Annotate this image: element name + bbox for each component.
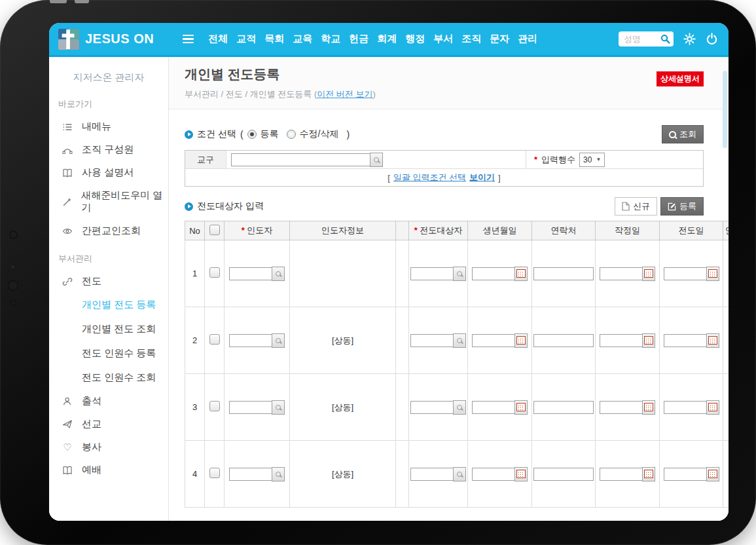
parish-search-icon[interactable]	[370, 153, 383, 167]
calendar-icon[interactable]	[514, 400, 528, 415]
row-checkbox[interactable]	[209, 267, 220, 278]
hamburger-menu-icon[interactable]	[183, 33, 194, 46]
target-search-icon[interactable]	[453, 400, 466, 415]
logout-power-icon[interactable]	[706, 33, 718, 45]
evangel-date-input[interactable]	[664, 334, 707, 347]
target-search-icon[interactable]	[453, 333, 466, 348]
sidebar-subitem-evangelism-count-search[interactable]: 전도 인원수 조회	[49, 366, 168, 390]
nav-item[interactable]: 헌금	[349, 33, 369, 45]
row-checkbox[interactable]	[209, 334, 220, 345]
radio-register[interactable]	[247, 130, 257, 139]
sidebar-subitem-evangelism-count-register[interactable]: 전도 인원수 등록	[49, 341, 168, 366]
target-input[interactable]	[410, 468, 454, 481]
sidebar-subitem-personal-evangelism-register[interactable]: 개인별 전도 등록	[49, 293, 168, 317]
radio-register-label[interactable]: 등록	[261, 128, 279, 140]
sidebar-item-evangelism[interactable]: 전도	[49, 270, 168, 293]
target-input[interactable]	[410, 267, 454, 280]
contact-input[interactable]	[533, 334, 594, 347]
evangel-date-input[interactable]	[664, 468, 707, 481]
birth-date-input[interactable]	[472, 267, 515, 280]
nav-item[interactable]: 문자	[490, 33, 509, 45]
leader-search-icon[interactable]	[272, 333, 285, 348]
sidebar-item-mission[interactable]: 선교	[49, 413, 168, 436]
new-button[interactable]: 신규	[615, 197, 657, 216]
calendar-icon[interactable]	[706, 333, 719, 348]
sidebar-item-attendance[interactable]: 출석	[49, 390, 168, 413]
sidebar-item-my-menu[interactable]: 내메뉴	[49, 115, 168, 138]
leader-input[interactable]	[229, 267, 272, 280]
nav-item[interactable]: 부서	[433, 33, 453, 45]
sidebar-item-org-members[interactable]: 조직 구성원	[49, 138, 168, 161]
evangel-date-input[interactable]	[664, 401, 707, 414]
sidebar-item-service[interactable]: ♡ 봉사	[49, 436, 168, 459]
nav-item[interactable]: 교육	[293, 33, 312, 45]
target-input[interactable]	[410, 334, 454, 347]
sidebar-item-quick-member-lookup[interactable]: 간편교인조회	[49, 219, 168, 242]
select-all-checkbox[interactable]	[209, 225, 220, 235]
decide-date-input[interactable]	[600, 468, 643, 481]
sidebar-item-user-manual[interactable]: 사용 설명서	[49, 161, 168, 184]
radio-modify-delete-label[interactable]: 수정/삭제	[300, 128, 339, 140]
parish-input[interactable]	[231, 153, 370, 166]
calendar-icon[interactable]	[514, 467, 528, 481]
nav-item[interactable]: 목회	[264, 33, 284, 45]
calendar-icon[interactable]	[706, 267, 719, 281]
brand[interactable]: JESUS ON	[58, 29, 154, 50]
sidebar-subitem-personal-evangelism-search[interactable]: 개인별 전도 조회	[49, 317, 168, 341]
search-button[interactable]: 조회	[662, 125, 704, 143]
row-checkbox[interactable]	[209, 401, 220, 411]
condition-label: 조건 선택	[197, 128, 236, 140]
leader-search-icon[interactable]	[272, 267, 285, 281]
calendar-icon[interactable]	[642, 467, 655, 481]
calendar-icon[interactable]	[706, 467, 719, 481]
birth-date-input[interactable]	[472, 468, 515, 481]
calendar-icon[interactable]	[642, 267, 655, 281]
nav-item[interactable]: 조직	[461, 33, 481, 45]
register-button[interactable]: 등록	[660, 197, 704, 216]
leader-input[interactable]	[229, 401, 272, 414]
leader-search-icon[interactable]	[272, 400, 285, 415]
nav-item[interactable]: 행정	[405, 33, 425, 45]
leader-search-icon[interactable]	[272, 467, 285, 481]
calendar-icon[interactable]	[706, 400, 719, 415]
row-number: 2	[192, 335, 197, 345]
nav-item[interactable]: 회계	[377, 33, 397, 45]
calendar-icon[interactable]	[514, 267, 528, 281]
sidebar-item-newyear-helper[interactable]: 새해준비도우미 열기	[49, 184, 168, 219]
detail-manual-badge[interactable]: 상세설명서	[657, 71, 704, 86]
birth-date-input[interactable]	[472, 334, 515, 347]
rows-per-page-select[interactable]: 30▼	[579, 153, 605, 167]
nav-item[interactable]: 학교	[321, 33, 340, 45]
nav-item[interactable]: 교적	[236, 33, 256, 45]
tablet-sensor	[8, 280, 18, 291]
row-checkbox[interactable]	[209, 468, 220, 478]
previous-version-link[interactable]: 이전 버전 보기	[317, 89, 372, 99]
row-number: 4	[192, 469, 197, 479]
sidebar-item-worship[interactable]: 예배	[49, 459, 168, 481]
target-search-icon[interactable]	[453, 467, 466, 481]
settings-gear-icon[interactable]	[683, 33, 696, 45]
calendar-icon[interactable]	[642, 333, 655, 348]
decide-date-input[interactable]	[600, 334, 643, 347]
birth-date-input[interactable]	[472, 401, 515, 414]
nav-item[interactable]: 관리	[518, 33, 537, 45]
contact-input[interactable]	[533, 468, 594, 481]
contact-input[interactable]	[533, 267, 594, 280]
nav-item[interactable]: 전체	[208, 33, 228, 45]
search-icon[interactable]	[660, 34, 670, 44]
batch-input-condition-link[interactable]: 일괄 입력조건 선택	[393, 172, 466, 183]
spacer-cell	[396, 374, 409, 441]
batch-show-link[interactable]: 보이기	[469, 172, 495, 183]
leader-input[interactable]	[229, 334, 272, 347]
decide-date-input[interactable]	[600, 267, 643, 280]
evangel-date-input[interactable]	[664, 267, 707, 280]
target-input[interactable]	[410, 401, 454, 414]
leader-input[interactable]	[229, 468, 272, 481]
decide-date-input[interactable]	[600, 401, 643, 414]
calendar-icon[interactable]	[642, 400, 655, 415]
target-search-icon[interactable]	[453, 267, 466, 281]
contact-input[interactable]	[533, 401, 594, 414]
radio-modify-delete[interactable]	[287, 130, 296, 139]
scrollbar-thumb[interactable]	[723, 71, 727, 148]
calendar-icon[interactable]	[514, 333, 528, 348]
